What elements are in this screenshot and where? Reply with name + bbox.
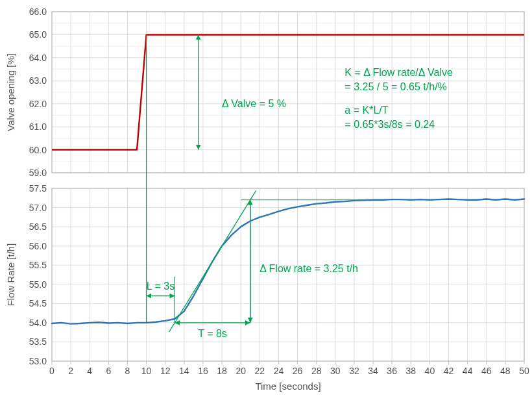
y2-tick-label: 57.5: [29, 183, 47, 194]
x-tick-label: 48: [500, 366, 511, 376]
delta-valve-label: Δ Valve = 5 %: [222, 98, 286, 109]
x-tick-label: 12: [160, 366, 171, 376]
flow-response-line: [52, 199, 524, 324]
x-tick-label: 44: [463, 366, 473, 376]
x-tick-label: 26: [293, 366, 303, 376]
y1-tick-label: 65.0: [29, 29, 47, 40]
y1-tick-label: 61.0: [29, 121, 47, 132]
x-tick-label: 14: [179, 366, 189, 376]
a-formula-2: = 0.65*3s/8s = 0.24: [345, 119, 435, 130]
x-tick-label: 28: [311, 366, 322, 376]
x-tick-label: 34: [368, 366, 378, 376]
y2-tick-label: 56.5: [29, 221, 47, 232]
x-tick-label: 20: [236, 366, 246, 376]
y1-tick-label: 66.0: [29, 6, 47, 17]
y1-tick-label: 59.0: [29, 168, 47, 178]
x-tick-label: 2: [68, 366, 73, 376]
x-tick-label: 0: [49, 366, 54, 376]
y2-axis-label: Flow Rate [t/h]: [5, 244, 16, 307]
k-formula-2: = 3.25 / 5 = 0.65 t/h/%: [345, 81, 446, 92]
delta-flow-label: Δ Flow rate = 3.25 t/h: [260, 263, 358, 274]
y2-tick-label: 53.5: [29, 336, 47, 347]
x-tick-label: 36: [387, 366, 397, 376]
x-tick-label: 40: [425, 366, 435, 376]
y1-tick-label: 60.0: [29, 145, 47, 155]
x-axis-label: Time [seconds]: [255, 381, 320, 392]
y2-tick-label: 57.0: [29, 203, 47, 213]
x-tick-label: 4: [87, 366, 92, 376]
y2-tick-label: 55.5: [29, 260, 47, 270]
x-tick-label: 50: [519, 366, 529, 376]
y1-tick-label: 64.0: [29, 53, 47, 63]
x-tick-label: 30: [330, 366, 341, 376]
a-formula-1: a = K*L/T: [345, 105, 388, 116]
y2-tick-label: 54.5: [29, 298, 47, 309]
y1-tick-label: 62.0: [29, 99, 47, 109]
x-tick-label: 18: [217, 366, 227, 376]
x-tick-label: 22: [255, 366, 265, 376]
chart-container: 59.060.061.062.063.064.065.066.053.053.5…: [0, 0, 532, 404]
y2-tick-label: 53.0: [29, 356, 47, 366]
l-label: L = 3s: [147, 281, 175, 292]
x-tick-label: 6: [106, 366, 111, 376]
x-tick-label: 24: [274, 366, 284, 376]
x-tick-label: 46: [481, 366, 492, 376]
y2-tick-label: 54.0: [29, 318, 47, 328]
y2-tick-label: 55.0: [29, 279, 47, 290]
y1-tick-label: 63.0: [29, 75, 47, 86]
process-step-response-chart: 59.060.061.062.063.064.065.066.053.053.5…: [0, 0, 532, 404]
svg-rect-78: [52, 188, 524, 361]
y1-axis-label: Valve opening [%]: [5, 53, 16, 131]
x-tick-label: 10: [141, 366, 152, 376]
k-formula-1: K = Δ Flow rate/Δ Valve: [345, 67, 453, 78]
tangent-line: [169, 191, 256, 333]
t-label: T = 8s: [198, 328, 227, 339]
x-tick-label: 16: [198, 366, 208, 376]
y2-tick-label: 56.0: [29, 241, 47, 251]
x-tick-label: 42: [444, 366, 454, 376]
x-tick-label: 8: [125, 366, 130, 376]
x-tick-label: 32: [349, 366, 359, 376]
x-tick-label: 38: [405, 366, 416, 376]
